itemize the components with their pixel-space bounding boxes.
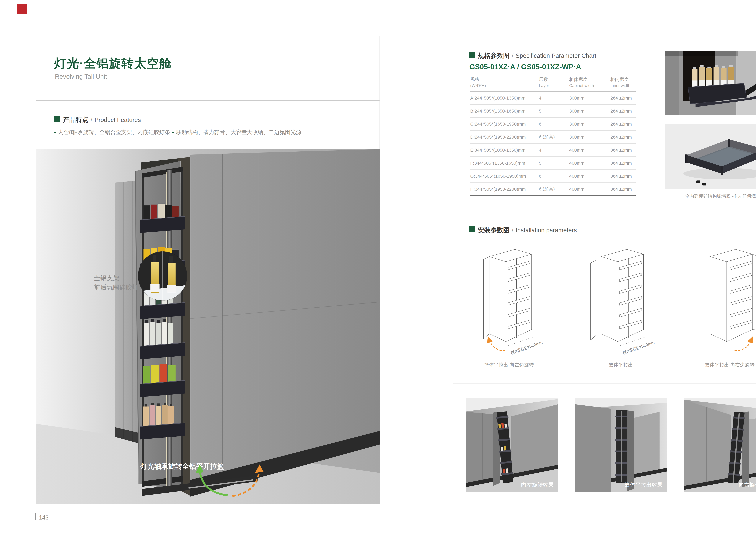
spec-heading-cn: 规格参数图 bbox=[478, 52, 510, 59]
basket-shelf bbox=[140, 204, 185, 233]
model-number: GS05-01XZ·A / GS05-01XZ-WP·A bbox=[469, 63, 581, 71]
col-header: 层数 bbox=[539, 76, 569, 83]
swing-right-arrow-icon bbox=[735, 336, 753, 351]
green-square-icon bbox=[54, 116, 60, 122]
install-diagram-left: 柜内深度 ≥520mm bbox=[467, 245, 551, 357]
effect-caption: 向右旋转效果 bbox=[739, 481, 756, 489]
page-title: 灯光·全铝旋转太空舱 bbox=[54, 55, 172, 72]
features-heading-en: Product Features bbox=[94, 117, 141, 123]
col-header: 柜体宽度 bbox=[569, 76, 611, 83]
table-row: E:344*505*(1050-1350)mm4 400mm364 ±2mm bbox=[470, 144, 636, 157]
install-caption-left: 篮体平拉出 向左边旋转 bbox=[467, 362, 551, 368]
footer-rule-left bbox=[35, 513, 36, 520]
brand-logo bbox=[16, 4, 27, 14]
table-row: H:344*505*(1950-2200)mm6 (加高) 400mm364 ±… bbox=[470, 183, 636, 196]
col-header: 柜内宽度 bbox=[611, 76, 636, 83]
spec-table-header: 规格 (W*D*H) 层数 Layer 柜体宽度 Cabinet width 柜… bbox=[470, 73, 636, 92]
rotation-label: 灯光轴承旋转全铝平开拉篮 bbox=[140, 462, 224, 470]
effect-caption: 篮体平拉出效果 bbox=[624, 481, 663, 489]
inset-label-line2: 前后氛围硅胶灯 bbox=[94, 284, 138, 291]
inset-label-line1: 全铝支架 bbox=[94, 274, 119, 282]
effect-photo-pullout: 篮体平拉出效果 bbox=[575, 398, 667, 492]
install-heading: 安装参数图 / Installation parameters bbox=[478, 226, 577, 234]
table-row: C:244*505*(1650-1950)mm6 300mm264 ±2mm bbox=[470, 118, 636, 131]
spec-table: 规格 (W*D*H) 层数 Layer 柜体宽度 Cabinet width 柜… bbox=[470, 73, 636, 196]
spec-photo-caption: 全内部棒卯结构玻璃篮 ·不见任何螺丝 bbox=[665, 193, 756, 199]
install-heading-sep: / bbox=[510, 227, 515, 233]
bullet-dot-icon bbox=[172, 132, 174, 133]
features-heading: 产品特点 / Product Features bbox=[63, 116, 141, 124]
features-heading-sep: / bbox=[89, 117, 94, 123]
divider bbox=[453, 383, 756, 384]
install-heading-cn: 安装参数图 bbox=[478, 226, 510, 234]
spec-photo-tray bbox=[665, 124, 756, 189]
catalog-spread: 灯光·全铝旋转太空舱 Revolving Tall Unit 产品特点 / Pr… bbox=[0, 0, 756, 536]
depth-dimension-label: 柜内深度 ≥520mm bbox=[622, 340, 655, 355]
install-diagram-right bbox=[687, 245, 756, 357]
green-square-icon bbox=[469, 226, 475, 232]
product-photo: 全铝支架 前后氛围硅胶灯 灯光轴承旋转全铝平开拉篮 bbox=[36, 149, 380, 504]
spec-heading-en: Specification Parameter Chart bbox=[516, 52, 596, 59]
install-diagram-center: 柜内深度 ≥520mm bbox=[579, 245, 663, 357]
feature-bullet-1: 内含8轴承旋转、全铝合金支架、内嵌硅胶灯条 bbox=[54, 129, 170, 136]
spec-heading: 规格参数图 / Specification Parameter Chart bbox=[478, 51, 596, 60]
divider bbox=[453, 211, 756, 211]
spec-photo-basket bbox=[665, 51, 756, 115]
effect-photo-rotate-right: 向右旋转效果 bbox=[684, 398, 756, 492]
table-row: A:244*505*(1050-1350)mm4 300mm264 ±2mm bbox=[470, 92, 636, 105]
page-number-left: 143 bbox=[39, 514, 48, 521]
spec-heading-sep: / bbox=[510, 52, 515, 59]
bullet-dot-icon bbox=[54, 132, 56, 133]
left-page: 灯光·全铝旋转太空舱 Revolving Tall Unit 产品特点 / Pr… bbox=[36, 36, 380, 504]
detail-inset-circle bbox=[138, 251, 187, 300]
table-row: F:344*505*(1350-1650)mm5 400mm364 ±2mm bbox=[470, 157, 636, 170]
tall-rack bbox=[615, 410, 628, 483]
right-page: 规格参数图 / Specification Parameter Chart GS… bbox=[453, 36, 756, 509]
feature-bullet-2: 联动结构、省力静音、大容量大收纳、二边氛围光源 bbox=[172, 129, 301, 136]
effect-photo-rotate-left: 向左旋转效果 bbox=[466, 398, 558, 492]
install-caption-right: 篮体平拉出 向右边旋转 bbox=[687, 362, 756, 368]
product-photo-illustration: 全铝支架 前后氛围硅胶灯 灯光轴承旋转全铝平开拉篮 bbox=[36, 149, 380, 504]
effect-caption: 向左旋转效果 bbox=[521, 481, 554, 489]
table-row: B:244*505*(1350-1650)mm5 300mm264 ±2mm bbox=[470, 105, 636, 118]
install-heading-en: Installation parameters bbox=[516, 227, 577, 233]
features-heading-cn: 产品特点 bbox=[63, 116, 88, 123]
divider bbox=[36, 100, 380, 101]
col-header: 规格 bbox=[470, 76, 539, 83]
green-square-icon bbox=[469, 52, 475, 58]
install-caption-center: 篮体平拉出 bbox=[579, 362, 663, 368]
right-cabinet bbox=[190, 149, 380, 496]
depth-dimension-label: 柜内深度 ≥520mm bbox=[510, 340, 543, 355]
table-row: G:344*505*(1650-1950)mm6 400mm364 ±2mm bbox=[470, 170, 636, 183]
table-row: D:244*505*(1950-2200)mm6 (加高) 300mm264 ±… bbox=[470, 131, 636, 144]
page-subtitle: Revolving Tall Unit bbox=[55, 73, 107, 80]
